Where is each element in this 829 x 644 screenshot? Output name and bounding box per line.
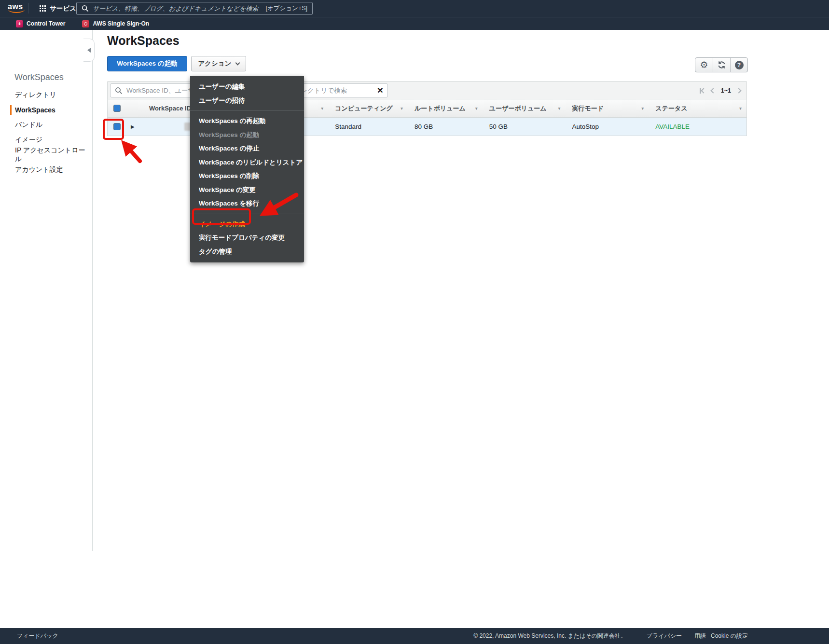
menu-item-reboot-workspaces[interactable]: WorkSpaces の再起動 [190,114,304,128]
terms-link[interactable]: 用語 [694,632,706,640]
sidebar-collapse-button[interactable] [83,39,95,62]
column-header-running-mode[interactable]: 実行モード ▾ [566,99,649,117]
sort-caret-icon[interactable]: ▾ [739,106,742,111]
sidebar-item-bundles[interactable]: バンドル [0,119,92,131]
menu-item-stop-workspaces[interactable]: WorkSpaces の停止 [190,142,304,156]
actions-button-label: アクション [198,59,231,68]
menu-item-start-workspaces: WorkSpaces の起動 [190,128,304,142]
copyright-text: © 2022, Amazon Web Services, Inc. またはその関… [473,632,626,640]
menu-item-edit-users[interactable]: ユーザーの編集 [190,80,304,94]
aws-console-page: aws サービス サービス、特徴、ブログ、およびドキュメントなどを検索 [オプシ… [0,0,829,644]
menu-item-modify-running-mode[interactable]: 実行モードプロパティの変更 [190,231,304,245]
cell-root-volume: 80 GB [408,123,433,130]
column-header-status[interactable]: ステータス ▾ [649,99,746,117]
favorite-label: Control Tower [27,20,65,27]
settings-button[interactable]: ⚙ [695,58,713,72]
expand-row-icon[interactable]: ▶ [131,124,135,129]
row-checkbox[interactable] [113,123,121,130]
column-header-root-volume[interactable]: ルートボリューム ▾ [408,99,483,117]
services-label: サービス [50,4,76,13]
previous-page-button[interactable] [710,88,716,93]
cell-user-volume: 50 GB [483,123,508,130]
collapse-arrow-icon [87,48,91,53]
search-icon [82,5,89,12]
global-search-input[interactable]: サービス、特徴、ブログ、およびドキュメントなどを検索 [オプション+S] [76,2,313,15]
status-badge: AVAILABLE [649,123,690,130]
expand-column-header [127,99,149,117]
actions-dropdown-menu: ユーザーの編集 ユーザーの招待 WorkSpaces の再起動 WorkSpac… [190,76,304,262]
actions-button[interactable]: アクション [191,56,246,71]
services-menu-button[interactable]: サービス [35,0,81,17]
aws-logo[interactable]: aws [8,2,23,11]
column-header-user-volume[interactable]: ユーザーボリューム ▾ [483,99,566,117]
first-page-button[interactable] [700,88,705,94]
menu-item-create-image[interactable]: イメージの作成 [190,218,304,232]
refresh-button[interactable] [713,58,730,72]
search-placeholder: サービス、特徴、ブログ、およびドキュメントなどを検索 [93,4,262,13]
menu-item-delete-workspaces[interactable]: WorkSpaces の削除 [190,169,304,183]
menu-item-manage-tags[interactable]: タグの管理 [190,245,304,259]
sort-caret-icon[interactable]: ▾ [475,106,478,111]
menu-item-migrate-workspaces[interactable]: WorkSpaces を移行 [190,197,304,211]
refresh-icon [717,60,726,69]
favorites-bar: + Control Tower AWS Single Sign-On [0,17,829,30]
search-icon [115,87,123,95]
sidebar-item-directories[interactable]: ディレクトリ [0,89,92,101]
page-range-label: 1~1 [721,87,731,94]
menu-item-modify-workspace[interactable]: WorkSpace の変更 [190,183,304,197]
sort-caret-icon[interactable]: ▾ [321,106,323,111]
sso-icon [82,20,89,27]
pagination: 1~1 [700,82,741,100]
divider [28,3,28,14]
favorite-aws-sso[interactable]: AWS Single Sign-On [82,20,149,27]
select-all-checkbox[interactable] [113,105,121,112]
favorite-label: AWS Single Sign-On [93,20,149,27]
search-shortcut-hint: [オプション+S] [265,4,307,13]
top-navigation-bar: aws サービス サービス、特徴、ブログ、およびドキュメントなどを検索 [オプシ… [0,0,829,17]
sidebar-item-workspaces[interactable]: WorkSpaces [0,104,92,116]
cell-running-mode: AutoStop [566,123,599,130]
launch-workspaces-button[interactable]: WorkSpaces の起動 [107,56,187,71]
grid-icon [40,5,46,12]
annotation-arrow-checkbox [115,135,147,165]
table-settings-group: ⚙ ? [695,57,748,72]
feedback-link[interactable]: フィードバック [17,632,58,640]
cookie-settings-link[interactable]: Cookie の設定 [711,632,748,640]
favorite-control-tower[interactable]: + Control Tower [16,20,65,27]
sort-caret-icon[interactable]: ▾ [641,106,644,111]
cell-computing: Standard [328,123,361,130]
menu-separator [190,214,304,214]
sidebar-title: WorkSpaces [14,72,64,82]
sidebar-item-ip-access-control[interactable]: IP アクセスコントロール [0,149,92,161]
gear-icon: ⚙ [700,60,708,69]
privacy-link[interactable]: プライバシー [647,632,682,640]
chevron-down-icon [235,61,240,66]
menu-separator [190,110,304,111]
column-header-computing[interactable]: コンピューティング ▾ [328,99,408,117]
next-page-button[interactable] [736,88,741,93]
sort-caret-icon[interactable]: ▾ [401,106,403,111]
page-title: WorkSpaces [107,34,180,48]
footer: フィードバック © 2022, Amazon Web Services, Inc… [0,628,829,644]
sort-caret-icon[interactable]: ▾ [558,106,561,111]
menu-item-rebuild-restore[interactable]: WorkSpace のリビルドとリストア [190,156,304,170]
control-tower-icon: + [16,20,23,27]
sidebar-item-account-settings[interactable]: アカウント設定 [0,164,92,176]
menu-item-invite-users[interactable]: ユーザーの招待 [190,94,304,108]
help-button-toolbar[interactable]: ? [730,58,747,72]
clear-filter-icon[interactable]: × [377,85,383,95]
question-circle-icon: ? [735,61,744,69]
sidebar-item-images[interactable]: イメージ [0,134,92,146]
sidebar: WorkSpaces ディレクトリ WorkSpaces バンドル イメージ I… [0,30,93,551]
